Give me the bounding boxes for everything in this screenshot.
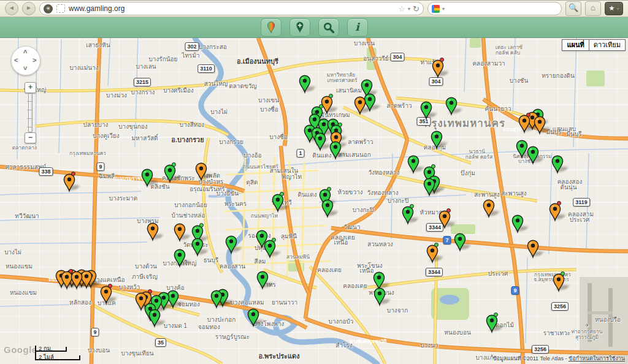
- map-marker-green[interactable]: [445, 97, 458, 116]
- map-marker-green[interactable]: [256, 271, 269, 290]
- map-marker-green[interactable]: [210, 290, 223, 309]
- info-button[interactable]: i: [347, 18, 368, 37]
- terms-link[interactable]: ข้อกำหนดในการใช้งาน: [569, 355, 625, 362]
- map-marker-green[interactable]: [373, 287, 386, 306]
- map-marker-green[interactable]: [191, 238, 204, 257]
- map-marker-green[interactable]: [272, 194, 284, 213]
- scale-km-label: 2 กม.: [39, 344, 53, 353]
- map-marker-orange[interactable]: [527, 240, 539, 259]
- search-icon: [323, 21, 335, 34]
- pan-down-icon[interactable]: ˅: [23, 64, 27, 72]
- map-marker-green[interactable]: [174, 249, 186, 268]
- map-marker-orange[interactable]: [426, 245, 438, 264]
- pan-right-icon[interactable]: ˃: [33, 56, 36, 64]
- back-button[interactable]: ◄: [5, 2, 18, 15]
- bookmarks-caret-icon: ▾: [616, 6, 619, 12]
- scale-bar: 2 กม. 2 ไมล์: [35, 343, 82, 362]
- url-bar[interactable]: ✳ www.gamling.org ☆ ▾ ↻: [39, 2, 424, 15]
- zoom-slider[interactable]: [28, 93, 33, 132]
- map-marker-green[interactable]: [551, 155, 564, 174]
- map-marker-green[interactable]: [314, 132, 326, 151]
- pan-control[interactable]: ˄ ˂ ˃ ˅: [11, 46, 40, 75]
- map-marker-green[interactable]: [264, 240, 276, 259]
- map-marker-green[interactable]: [516, 140, 528, 159]
- map-marker-orange[interactable]: [100, 286, 112, 305]
- map-marker-green[interactable]: [431, 131, 443, 150]
- map-marker-orange[interactable]: [438, 210, 451, 229]
- search-input[interactable]: [447, 4, 557, 13]
- places-marker-button[interactable]: [261, 18, 281, 37]
- map-marker-green[interactable]: [247, 308, 259, 327]
- site-toolbar: i: [0, 17, 628, 38]
- map-marker-orange[interactable]: [63, 173, 75, 192]
- map-marker-orange[interactable]: [534, 116, 546, 135]
- site-identity-icon[interactable]: ✳: [44, 4, 53, 13]
- map-marker-green[interactable]: [164, 164, 176, 183]
- search-places-button[interactable]: [318, 18, 339, 37]
- map-marker-green[interactable]: [225, 235, 237, 254]
- google-logo: Google: [4, 344, 37, 355]
- map-marker-green[interactable]: [511, 214, 524, 233]
- zoom-in-button[interactable]: +: [25, 82, 36, 93]
- map-marker-orange[interactable]: [174, 223, 186, 242]
- places-marker-icon: [266, 21, 277, 34]
- map-marker-green[interactable]: [486, 314, 498, 333]
- map-marker-orange[interactable]: [549, 203, 561, 222]
- map-attribution: ข้อมูลแผนที่ ©2011 Tele Atlas - ข้อกำหนด…: [492, 354, 625, 363]
- map-marker-orange[interactable]: [518, 115, 530, 134]
- favicon-placeholder-icon: [56, 4, 65, 13]
- map-marker-green[interactable]: [148, 309, 161, 328]
- map-marker-green[interactable]: [527, 146, 539, 165]
- map-marker-green[interactable]: [407, 155, 419, 174]
- map-type-satellite-button[interactable]: ดาวเทียม: [589, 39, 626, 51]
- map-markers: [0, 38, 628, 364]
- map-marker-orange[interactable]: [71, 271, 83, 290]
- home-button[interactable]: ⌂: [585, 1, 601, 16]
- search-box[interactable]: ▾: [427, 2, 562, 15]
- google-search-engine-icon[interactable]: [432, 5, 440, 13]
- add-place-button[interactable]: [289, 18, 310, 37]
- forward-button[interactable]: ►: [22, 2, 36, 15]
- attribution-text: ข้อมูลแผนที่ ©2011 Tele Atlas -: [492, 355, 569, 362]
- map-marker-orange[interactable]: [432, 59, 444, 78]
- map-marker-orange[interactable]: [483, 199, 495, 218]
- search-engine-caret-icon[interactable]: ▾: [442, 6, 445, 12]
- map-marker-green[interactable]: [402, 206, 414, 225]
- map-marker-green[interactable]: [423, 178, 435, 197]
- map-type-map-button[interactable]: แผนที่: [562, 39, 589, 51]
- scale-mi-label: 2 ไมล์: [39, 352, 54, 362]
- map-marker-green[interactable]: [141, 169, 153, 188]
- browser-window: ◄ ► ✳ www.gamling.org ☆ ▾ ↻ ▾ 🔍 ⌂ ★ ▾: [0, 0, 628, 364]
- map-marker-green[interactable]: [329, 141, 342, 160]
- bookmark-caret-icon[interactable]: ▾: [408, 6, 410, 12]
- map-marker-orange[interactable]: [147, 222, 159, 241]
- zoom-out-button[interactable]: −: [25, 132, 36, 143]
- add-place-icon: [294, 21, 305, 34]
- map-marker-green[interactable]: [321, 199, 334, 218]
- pan-up-icon[interactable]: ˄: [23, 48, 27, 55]
- map-type-switcher: แผนที่ ดาวเทียม: [562, 39, 626, 51]
- url-text[interactable]: www.gamling.org: [69, 4, 124, 13]
- map-marker-orange[interactable]: [195, 162, 207, 181]
- map-marker-green[interactable]: [420, 101, 432, 120]
- info-icon: i: [355, 22, 359, 32]
- map-canvas[interactable]: เสาธงหินบางกระสอบางรักน้อยไทรม้าอ.เมืองน…: [0, 38, 628, 364]
- browser-chrome: ◄ ► ✳ www.gamling.org ☆ ▾ ↻ ▾ 🔍 ⌂ ★ ▾: [0, 0, 628, 17]
- bookmark-star-icon[interactable]: ☆: [398, 4, 405, 13]
- map-marker-orange[interactable]: [553, 273, 565, 292]
- map-marker-orange[interactable]: [354, 96, 366, 115]
- map-marker-green[interactable]: [454, 233, 466, 252]
- reload-icon[interactable]: ↻: [413, 4, 419, 13]
- pan-left-icon[interactable]: ˂: [14, 56, 18, 64]
- map-marker-green[interactable]: [299, 75, 311, 94]
- bookmarks-button[interactable]: ★ ▾: [605, 2, 623, 15]
- search-button[interactable]: 🔍: [565, 1, 581, 16]
- bookmark-icon: ★: [609, 4, 615, 12]
